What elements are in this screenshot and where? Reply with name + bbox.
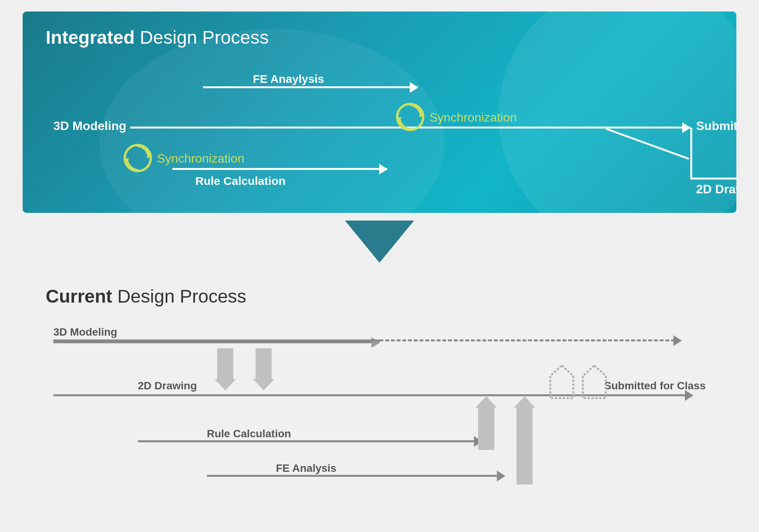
up-arrow-1 xyxy=(475,396,497,450)
integrated-title: Integrated Design Process xyxy=(46,27,713,48)
house-icon-2 xyxy=(581,364,608,400)
drawing-label: 2D Drawing (if needed) xyxy=(696,182,736,196)
page-container: Integrated Design Process FE Anaylysis 3… xyxy=(0,0,759,532)
submitted-current-label: Submitted for Class xyxy=(604,380,706,392)
modeling-arrow-head xyxy=(673,335,682,346)
fe-analysis-current-label: FE Analysis xyxy=(276,462,337,474)
rule-calc-arrow xyxy=(172,168,387,170)
sync-label-bottom: Synchronization xyxy=(157,152,244,166)
sync-label-top: Synchronization xyxy=(429,110,517,125)
drawing-label-bold: 2D Drawing xyxy=(696,182,736,196)
modeling-dashed-line xyxy=(380,339,675,341)
sync-icon-bottom xyxy=(122,143,153,175)
fe-analysis-label: FE Anaylysis xyxy=(253,72,324,86)
branch-vertical xyxy=(690,128,692,178)
submitted-label: Submitted for 3D MBA xyxy=(696,119,736,133)
submitted-label-bold: Submitted for 3D MBA xyxy=(696,119,736,133)
modeling-current-label: 3D Modeling xyxy=(53,326,117,338)
down-arrow-1 xyxy=(214,348,236,390)
modeling-label: 3D Modeling xyxy=(53,119,126,133)
current-title-bold: Current xyxy=(46,286,112,306)
triangle-connector xyxy=(345,221,414,263)
sync-icon-top xyxy=(395,102,426,134)
current-section: Current Design Process 3D Modeling xyxy=(23,270,736,514)
integrated-section: Integrated Design Process FE Anaylysis 3… xyxy=(23,12,736,213)
down-arrow-2 xyxy=(253,348,274,390)
house-icon-1 xyxy=(548,364,575,400)
rule-calc-label: Rule Calculation xyxy=(195,175,285,188)
current-diagram: 3D Modeling 2D Drawing Submitted for Cla… xyxy=(46,330,713,491)
branch-diagonal xyxy=(606,128,689,160)
rule-calc-current-label: Rule Calculation xyxy=(207,428,291,440)
integrated-diagram: FE Anaylysis 3D Modeling Submitted for 3… xyxy=(46,67,713,194)
rule-calc-line xyxy=(138,440,475,442)
current-title: Current Design Process xyxy=(46,286,713,307)
modeling-solid-line xyxy=(53,339,380,341)
drawing-current-label: 2D Drawing xyxy=(138,380,197,392)
drawing-arrow xyxy=(690,178,736,180)
modeling-solid-arrow xyxy=(53,341,380,343)
integrated-title-bold: Integrated xyxy=(46,27,135,48)
fe-analysis-line xyxy=(207,475,498,477)
fe-analysis-arrow xyxy=(203,86,418,88)
up-arrow-2 xyxy=(514,396,535,484)
current-title-rest: Design Process xyxy=(112,286,246,306)
integrated-title-rest: Design Process xyxy=(135,27,269,48)
svg-point-0 xyxy=(397,104,423,130)
svg-point-3 xyxy=(125,145,151,171)
fe-analysis-arrow-head xyxy=(497,471,505,481)
